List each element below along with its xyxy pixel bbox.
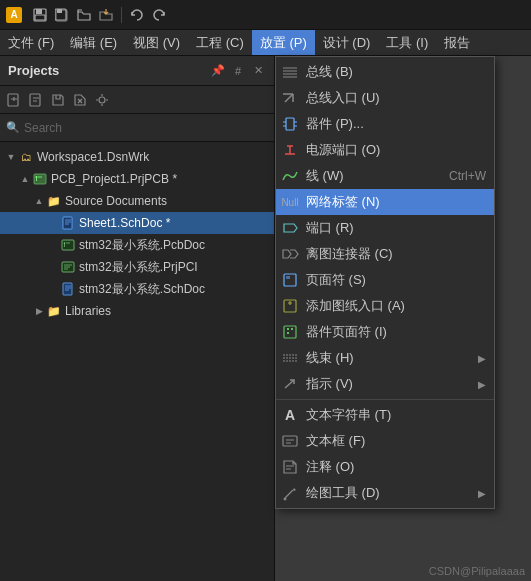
svg-rect-21 xyxy=(287,328,289,330)
save-button[interactable] xyxy=(30,5,50,25)
stm32-pcb-label: stm32最小系统.PcbDoc xyxy=(79,237,205,254)
menu-bar: 文件 (F) 编辑 (E) 视图 (V) 工程 (C) 放置 (P) 设计 (D… xyxy=(0,30,531,56)
drawing-tools-icon xyxy=(280,483,300,503)
close-project-icon[interactable] xyxy=(70,90,90,110)
panel-toolbar xyxy=(0,86,274,114)
tree-item-pcb-project[interactable]: ▲ PCB_Project1.PrjPCB * xyxy=(0,168,274,190)
menu-edit[interactable]: 编辑 (E) xyxy=(62,30,125,55)
tree-item-libraries[interactable]: ▶ 📁 Libraries xyxy=(0,300,274,322)
redo-button[interactable] xyxy=(149,5,169,25)
text-frame-icon xyxy=(280,431,300,451)
tree-item-source-docs[interactable]: ▲ 📁 Source Documents xyxy=(0,190,274,212)
dd-device-sheet-sym-label: 器件页面符 (I) xyxy=(306,323,486,341)
libraries-folder-icon: 📁 xyxy=(46,304,62,318)
dd-item-sheet-sym[interactable]: 页面符 (S) xyxy=(276,267,494,293)
dd-directive-label: 指示 (V) xyxy=(306,375,472,393)
libraries-arrow: ▶ xyxy=(32,304,46,318)
dd-item-text-string[interactable]: A 文本字符串 (T) xyxy=(276,402,494,428)
svg-rect-18 xyxy=(286,276,290,279)
off-sheet-icon xyxy=(280,244,300,264)
undo-button[interactable] xyxy=(127,5,147,25)
stm32-prj-arrow xyxy=(46,260,60,274)
dd-item-part[interactable]: 器件 (P)... xyxy=(276,111,494,137)
stm32-sch-label: stm32最小系统.SchDoc xyxy=(79,281,205,298)
tree-item-stm32-sch[interactable]: stm32最小系统.SchDoc xyxy=(0,278,274,300)
menu-file[interactable]: 文件 (F) xyxy=(0,30,62,55)
dd-separator-1 xyxy=(276,399,494,400)
sheet1-label: Sheet1.SchDoc * xyxy=(79,216,170,230)
svg-rect-1 xyxy=(36,9,42,14)
dd-port-label: 端口 (R) xyxy=(306,219,486,237)
port-icon xyxy=(280,218,300,238)
dd-item-power-port[interactable]: 电源端口 (O) xyxy=(276,137,494,163)
dd-item-text-frame[interactable]: 文本框 (F) xyxy=(276,428,494,454)
watermark: CSDN@Pilipalaaaa xyxy=(429,565,525,577)
import-button[interactable] xyxy=(96,5,116,25)
search-input[interactable] xyxy=(24,121,268,135)
dd-item-add-sheet-entry[interactable]: 添加图纸入口 (A) xyxy=(276,293,494,319)
close-panel-icon[interactable]: ✕ xyxy=(250,63,266,79)
svg-rect-24 xyxy=(283,436,297,446)
svg-rect-5 xyxy=(57,9,62,13)
toolbar-icons xyxy=(30,5,169,25)
stm32-pcb-arrow xyxy=(46,238,60,252)
new-project-icon[interactable] xyxy=(4,90,24,110)
menu-reports[interactable]: 报告 xyxy=(436,30,478,55)
save-all-button[interactable] xyxy=(52,5,72,25)
dd-item-drawing-tools[interactable]: 绘图工具 (D) ▶ xyxy=(276,480,494,506)
add-sheet-entry-icon xyxy=(280,296,300,316)
bus-entry-icon xyxy=(280,88,300,108)
tree-item-stm32-pcb[interactable]: stm32最小系统.PcbDoc xyxy=(0,234,274,256)
source-docs-arrow: ▲ xyxy=(32,194,46,208)
title-bar: A xyxy=(0,0,531,30)
dd-wire-shortcut: Ctrl+W xyxy=(449,169,486,183)
workspace-icon: 🗂 xyxy=(18,150,34,164)
tree-item-workspace[interactable]: ▼ 🗂 Workspace1.DsnWrk xyxy=(0,146,274,168)
bus-icon xyxy=(280,62,300,82)
text-string-icon: A xyxy=(280,405,300,425)
dd-item-wire-bundle[interactable]: 线束 (H) ▶ xyxy=(276,345,494,371)
panel-header-icons: 📌 # ✕ xyxy=(210,63,266,79)
pcb-project-label: PCB_Project1.PrjPCB * xyxy=(51,172,177,186)
dd-item-directive[interactable]: 指示 (V) ▶ xyxy=(276,371,494,397)
svg-rect-15 xyxy=(63,283,72,295)
dd-text-frame-label: 文本框 (F) xyxy=(306,432,486,450)
drawing-tools-arrow: ▶ xyxy=(478,488,486,499)
workspace-label: Workspace1.DsnWrk xyxy=(37,150,149,164)
power-port-icon xyxy=(280,140,300,160)
save-project-icon[interactable] xyxy=(48,90,68,110)
workspace-arrow: ▼ xyxy=(4,150,18,164)
settings-icon[interactable] xyxy=(92,90,112,110)
dd-text-string-label: 文本字符串 (T) xyxy=(306,406,486,424)
dd-item-bus-entry[interactable]: 总线入口 (U) xyxy=(276,85,494,111)
source-docs-label: Source Documents xyxy=(65,194,167,208)
dd-item-device-sheet-sym[interactable]: 器件页面符 (I) xyxy=(276,319,494,345)
stm32-sch-icon xyxy=(60,282,76,296)
directive-arrow: ▶ xyxy=(478,379,486,390)
toolbar-separator xyxy=(121,7,122,23)
dd-item-bus[interactable]: 总线 (B) xyxy=(276,59,494,85)
menu-project[interactable]: 工程 (C) xyxy=(188,30,252,55)
wire-icon xyxy=(280,166,300,186)
menu-design[interactable]: 设计 (D) xyxy=(315,30,379,55)
stm32-prj-icon xyxy=(60,260,76,274)
menu-view[interactable]: 视图 (V) xyxy=(125,30,188,55)
stm32-sch-arrow xyxy=(46,282,60,296)
menu-place[interactable]: 放置 (P) xyxy=(252,30,315,55)
dd-item-off-sheet[interactable]: 离图连接器 (C) xyxy=(276,241,494,267)
dd-item-wire[interactable]: 线 (W) Ctrl+W xyxy=(276,163,494,189)
open-button[interactable] xyxy=(74,5,94,25)
tree-item-sheet1[interactable]: Sheet1.SchDoc * xyxy=(0,212,274,234)
pin-icon[interactable]: 📌 xyxy=(210,63,226,79)
menu-tools[interactable]: 工具 (I) xyxy=(378,30,436,55)
dd-item-net-label[interactable]: Null 网络标签 (N) xyxy=(276,189,494,215)
tree-item-stm32-prj[interactable]: stm32最小系统.PrjPCI xyxy=(0,256,274,278)
pcb-project-icon xyxy=(32,172,48,186)
dd-item-port[interactable]: 端口 (R) xyxy=(276,215,494,241)
dd-item-note[interactable]: 注释 (O) xyxy=(276,454,494,480)
open-project-icon[interactable] xyxy=(26,90,46,110)
unpin-icon[interactable]: # xyxy=(230,63,246,79)
note-icon xyxy=(280,457,300,477)
part-icon xyxy=(280,114,300,134)
projects-panel: Projects 📌 # ✕ xyxy=(0,56,275,581)
